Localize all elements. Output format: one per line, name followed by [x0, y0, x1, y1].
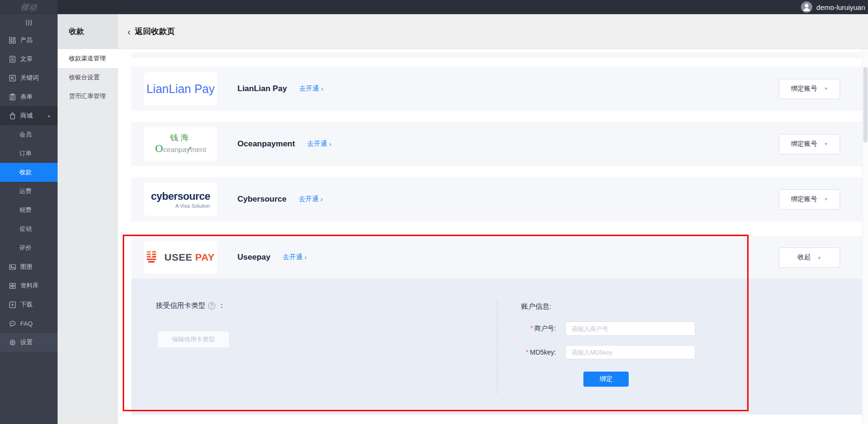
help-icon[interactable]: ? [208, 302, 215, 309]
subnav-item-channel-management[interactable]: 收款渠道管理 [58, 49, 118, 68]
caret-up-icon: ▲ [47, 114, 51, 118]
sidebar-item-albums[interactable]: 图册 [0, 257, 58, 276]
useepay-logo-usee: USEE [164, 252, 192, 263]
channel-list: LianLian Pay LianLian Pay 去开通 › 绑定账号 ▼ 钱… [118, 49, 862, 424]
sub-sidebar-title: 收款 [58, 14, 118, 49]
caret-down-icon: ▼ [824, 142, 828, 146]
collapse-panel-button[interactable]: 收起 ▲ [779, 247, 840, 268]
sidebar-item-label: 文章 [20, 55, 33, 63]
topbar-user-area[interactable]: demo-luruiyuan [801, 1, 868, 13]
sidebar-item-shipping[interactable]: 运费 [0, 182, 58, 201]
sidebar-collapse-icon[interactable] [0, 14, 58, 31]
library-icon [9, 282, 16, 289]
download-icon [9, 301, 16, 308]
form-icon [9, 93, 16, 101]
sidebar-item-label: 商城 [20, 111, 33, 120]
album-icon [9, 263, 16, 271]
required-asterisk: * [531, 324, 533, 332]
sidebar-item-tax[interactable]: 税费 [0, 201, 58, 220]
channel-row-useepay: USEEPAY Useepay 去开通 › 收起 ▲ [131, 236, 862, 279]
scrollbar[interactable] [862, 49, 868, 424]
sidebar-item-label: 运费 [19, 187, 32, 195]
brand-logo[interactable]: 领动 [0, 0, 58, 14]
sidebar-item-library[interactable]: 资料库 [0, 276, 58, 295]
article-icon [9, 56, 16, 63]
md5key-row: *MD5key: [521, 345, 862, 359]
subnav-item-currency-rates[interactable]: 货币汇率管理 [58, 87, 118, 106]
chevron-right-icon: › [320, 195, 323, 203]
sidebar-item-label: 资料库 [20, 281, 39, 290]
sidebar-item-articles[interactable]: 文章 [0, 50, 58, 68]
sidebar-item-label: 设置 [20, 338, 33, 347]
merchant-id-row: *商户号: [521, 322, 862, 336]
open-channel-link[interactable]: 去开通 › [299, 195, 323, 204]
bind-button[interactable]: 绑定 [583, 372, 629, 387]
sidebar-item-reviews[interactable]: 评价 [0, 238, 58, 257]
sidebar-item-products[interactable]: 产品 [0, 31, 58, 50]
back-to-payments-link[interactable]: 返回收款页 [135, 26, 175, 37]
sidebar-item-faq[interactable]: FAQ [0, 314, 58, 333]
sidebar-item-mall[interactable]: 商城 ▲ [0, 106, 58, 125]
oceanpayment-logo-en: Oceanpayment [155, 144, 206, 154]
caret-up-icon: ▲ [817, 255, 822, 260]
card-type-section: 接受信用卡类型 ? ： 编辑信用卡类型 [131, 279, 497, 415]
account-info-title: 账户信息: [521, 302, 862, 311]
channel-name: Useepay [237, 253, 270, 262]
bind-account-button[interactable]: 绑定账号 ▼ [779, 79, 840, 99]
cybersource-logo-main: cybersource [151, 190, 210, 203]
sidebar-item-settings[interactable]: 设置 [0, 333, 58, 352]
oceanpayment-logo: 钱海 Oceanpayment [144, 127, 217, 161]
open-channel-link[interactable]: 去开通 › [299, 85, 323, 93]
sidebar-item-keywords[interactable]: 关键词 [0, 68, 58, 87]
merchant-id-input[interactable] [565, 322, 695, 336]
lianlian-logo-text: LianLian Pay [146, 82, 215, 96]
sidebar-item-promotion[interactable]: 促销 [0, 220, 58, 238]
md5key-input[interactable] [565, 345, 695, 359]
sidebar-item-label: 订单 [19, 149, 32, 158]
chevron-right-icon: › [304, 254, 307, 261]
sidebar-item-downloads[interactable]: 下载 [0, 295, 58, 314]
main-area: ‹ 返回收款页 LianLian Pay LianLian Pay 去开通 › … [118, 14, 868, 424]
sidebar-item-label: FAQ [20, 320, 33, 327]
md5key-label: *MD5key: [521, 348, 556, 356]
bind-account-button[interactable]: 绑定账号 ▼ [779, 134, 840, 154]
edit-card-types-button[interactable]: 编辑信用卡类型 [157, 331, 229, 348]
sidebar-item-label: 表单 [20, 93, 33, 101]
sidebar-item-label: 下载 [20, 300, 33, 309]
app-root: 领动 demo-luruiyuan 产品 文章 关键词 表单 [0, 0, 868, 424]
channel-name: Cybersource [237, 195, 287, 204]
keyword-icon [9, 75, 16, 82]
useepay-logo: USEEPAY [144, 241, 217, 274]
oceanpayment-logo-cn: 钱海 [155, 134, 206, 143]
page-header: ‹ 返回收款页 [118, 14, 868, 49]
avatar-icon[interactable] [801, 1, 812, 13]
caret-down-icon: ▼ [824, 197, 828, 202]
open-channel-link[interactable]: 去开通 › [283, 253, 307, 262]
caret-down-icon: ▼ [824, 86, 828, 91]
card-type-label: 接受信用卡类型 ? ： [156, 301, 497, 310]
account-info-section: 账户信息: *商户号: *MD5key: 绑定 [497, 279, 862, 415]
sidebar-item-label: 税费 [19, 206, 32, 214]
sidebar-item-orders[interactable]: 订单 [0, 144, 58, 163]
bind-account-button[interactable]: 绑定账号 ▼ [779, 189, 840, 210]
sidebar-item-label: 图册 [20, 263, 33, 271]
channel-useepay-section: USEEPAY Useepay 去开通 › 收起 ▲ [131, 236, 862, 415]
cybersource-logo: cybersource A Visa Solution [144, 183, 217, 216]
topbar: 领动 demo-luruiyuan [0, 0, 868, 14]
lianlian-logo: LianLian Pay [144, 72, 217, 105]
sidebar-item-label: 产品 [20, 36, 33, 44]
useepay-logo-pay: PAY [195, 252, 214, 263]
subnav-item-checkout-settings[interactable]: 收银台设置 [58, 68, 118, 87]
sidebar-item-forms[interactable]: 表单 [0, 87, 58, 106]
chevron-left-icon[interactable]: ‹ [127, 27, 131, 36]
sub-sidebar: 收款 收款渠道管理 收银台设置 货币汇率管理 [58, 14, 118, 424]
sidebar-item-payments[interactable]: 收款 [0, 163, 58, 182]
scrollbar-thumb[interactable] [863, 67, 868, 143]
channel-row-oceanpayment: 钱海 Oceanpayment Oceanpayment 去开通 › 绑定账号 … [131, 122, 862, 166]
useepay-u-icon [146, 250, 161, 265]
chevron-right-icon: › [321, 85, 323, 93]
open-channel-link[interactable]: 去开通 › [307, 140, 331, 148]
chevron-right-icon: › [329, 140, 331, 148]
settings-icon [9, 339, 16, 346]
sidebar-item-members[interactable]: 会员 [0, 125, 58, 144]
